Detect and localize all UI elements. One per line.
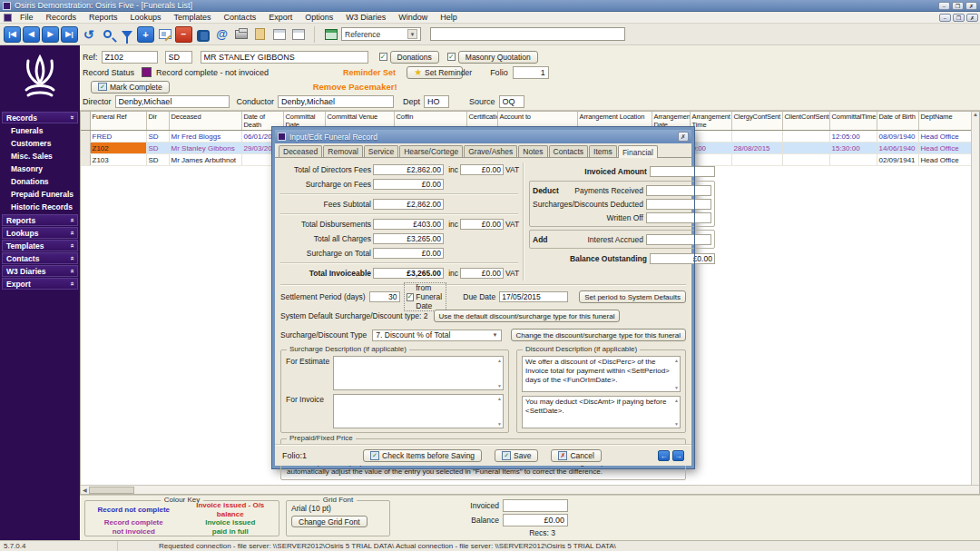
surcharge-discount-type-select[interactable]: 7. Discount % of Total ▼ [372, 330, 501, 341]
sidebar-section-export[interactable]: Export » [2, 278, 78, 290]
grid-view-2-icon[interactable] [289, 26, 307, 43]
col-clergy-conf-sent[interactable]: ClergyConfSent [731, 112, 782, 131]
invoiced-total-input[interactable] [503, 499, 568, 512]
email-icon[interactable]: @ [213, 26, 230, 43]
sidebar-item-historic-records[interactable]: Historic Records [0, 201, 80, 213]
close-button[interactable]: ✗ [965, 2, 977, 10]
set-period-defaults-button[interactable]: Set period to System Defaults [579, 290, 686, 303]
sidebar-item-customers[interactable]: Customers [0, 137, 80, 150]
menu-reports[interactable]: Reports [83, 13, 124, 22]
tab-hearse-cortege[interactable]: Hearse/Cortege [399, 145, 463, 157]
mark-complete-button[interactable]: ✓ Mark Complete [91, 81, 170, 93]
horizontal-scrollbar[interactable]: ◀ [81, 485, 979, 494]
tab-removal[interactable]: Removal [323, 145, 363, 157]
source-input[interactable] [499, 95, 524, 108]
col-date-of-birth[interactable]: Date of Birth [877, 112, 918, 131]
previous-arrow-button[interactable]: ← [658, 450, 670, 461]
for-invoice-textarea[interactable]: ▲▼ [333, 394, 504, 428]
surcharge-fees-input[interactable] [373, 179, 444, 190]
discount-text-1-textarea[interactable]: We offer a discount of <DiscPerc> of the… [522, 356, 681, 392]
surcharges-deducted-input[interactable] [646, 199, 711, 210]
menu-file[interactable]: File [14, 13, 40, 22]
mdi-close-button[interactable]: ✗ [966, 14, 978, 22]
add-record-button[interactable]: + [137, 26, 154, 43]
donations-button[interactable]: Donations [390, 51, 439, 64]
tab-deceased[interactable]: Deceased [279, 145, 322, 157]
scroll-left-icon[interactable]: ◀ [81, 487, 87, 493]
directors-fees-input[interactable] [373, 164, 444, 175]
copy-icon[interactable] [251, 26, 269, 43]
binoculars-find-icon[interactable] [194, 26, 211, 43]
menu-records[interactable]: Records [40, 13, 83, 22]
previous-record-button[interactable]: ◀ [23, 26, 40, 43]
ref-input[interactable] [102, 51, 158, 64]
balance-outstanding-input[interactable] [650, 253, 715, 264]
reference-field-selector[interactable]: Reference ▼ [341, 27, 421, 41]
filter-icon[interactable] [118, 26, 135, 43]
mdi-minimize-button[interactable]: − [939, 14, 951, 22]
payments-received-input[interactable] [646, 185, 711, 196]
donations-checkbox[interactable] [379, 53, 387, 61]
fees-subtotal-input[interactable] [373, 199, 444, 210]
col-arrangement-time[interactable]: Arrangement Time [690, 112, 731, 131]
search-icon[interactable] [99, 26, 116, 43]
restore-button[interactable]: ❐ [952, 2, 964, 10]
total-charges-input[interactable] [373, 233, 444, 244]
next-record-button[interactable]: ▶ [42, 26, 59, 43]
set-reminder-button[interactable]: ★ Set Reminder [407, 66, 463, 79]
dialog-close-icon[interactable]: ✗ [678, 132, 689, 142]
deceased-name-input[interactable] [201, 51, 368, 64]
tab-contacts[interactable]: Contacts [549, 145, 589, 157]
discount-text-2-textarea[interactable]: You may deduct <DiscAmt> if paying befor… [522, 396, 681, 428]
sidebar-item-funerals[interactable]: Funerals [0, 124, 80, 137]
col-client-conf-sent[interactable]: ClientConfSent [782, 112, 829, 131]
total-invoiceable-vat-input[interactable] [460, 268, 504, 279]
tab-notes[interactable]: Notes [518, 145, 547, 157]
dept-input[interactable] [424, 95, 449, 108]
menu-w3-diaries[interactable]: W3 Diaries [339, 13, 392, 22]
directors-fees-vat-input[interactable] [460, 164, 504, 175]
col-committal-time[interactable]: CommittalTime [829, 112, 877, 131]
scrollbar-thumb[interactable] [89, 487, 134, 494]
col-dir[interactable]: Dir [146, 112, 169, 131]
sidebar-section-lookups[interactable]: Lookups » [2, 227, 78, 239]
disbursements-vat-input[interactable] [460, 219, 504, 230]
menu-lookups[interactable]: Lookups [124, 13, 168, 22]
for-estimate-textarea[interactable]: ▲▼ [333, 356, 504, 390]
last-record-button[interactable]: ▶| [61, 26, 78, 43]
from-funeral-date-option[interactable]: from Funeral Date [404, 282, 447, 311]
sidebar-section-reports[interactable]: Reports » [2, 214, 78, 226]
sidebar-section-records[interactable]: Records » [2, 112, 78, 123]
menu-export[interactable]: Export [262, 13, 299, 22]
minimize-button[interactable]: − [938, 2, 950, 10]
table-columns-icon[interactable] [322, 26, 339, 43]
disbursements-input[interactable] [373, 219, 444, 230]
masonry-quotation-button[interactable]: Masonry Quotation [458, 51, 538, 64]
col-deceased[interactable]: Deceased [169, 112, 241, 131]
menu-options[interactable]: Options [299, 13, 339, 22]
interest-accrued-input[interactable] [646, 234, 711, 245]
sidebar-section-templates[interactable]: Templates » [2, 240, 78, 251]
tab-service[interactable]: Service [364, 145, 398, 157]
grid-view-icon[interactable] [270, 26, 288, 43]
sidebar-section-w3-diaries[interactable]: W3 Diaries » [2, 265, 78, 277]
masonry-quotation-checkbox[interactable] [447, 53, 456, 61]
change-grid-font-button[interactable]: Change Grid Font [291, 516, 368, 527]
due-date-input[interactable] [499, 291, 568, 302]
tab-items[interactable]: Items [589, 145, 617, 157]
print-icon[interactable] [232, 26, 250, 43]
director-input[interactable] [115, 95, 230, 108]
vertical-scrollbar[interactable]: ▲ [971, 112, 979, 486]
refresh-icon[interactable]: ↺ [80, 26, 97, 43]
use-default-type-button[interactable]: Use the default discount/surcharge type … [434, 310, 621, 322]
from-funeral-date-checkbox[interactable] [407, 293, 415, 301]
balance-total-input[interactable] [503, 514, 568, 526]
written-off-input[interactable] [646, 212, 711, 223]
dir-input[interactable] [165, 51, 192, 64]
mdi-restore-button[interactable]: ❐ [953, 14, 965, 22]
cancel-button[interactable]: ✗ Cancel [551, 449, 601, 462]
tab-financial[interactable]: Financial [618, 145, 658, 158]
surcharge-total-input[interactable] [373, 248, 444, 259]
menu-templates[interactable]: Templates [168, 13, 218, 22]
next-arrow-button[interactable]: → [672, 450, 684, 461]
